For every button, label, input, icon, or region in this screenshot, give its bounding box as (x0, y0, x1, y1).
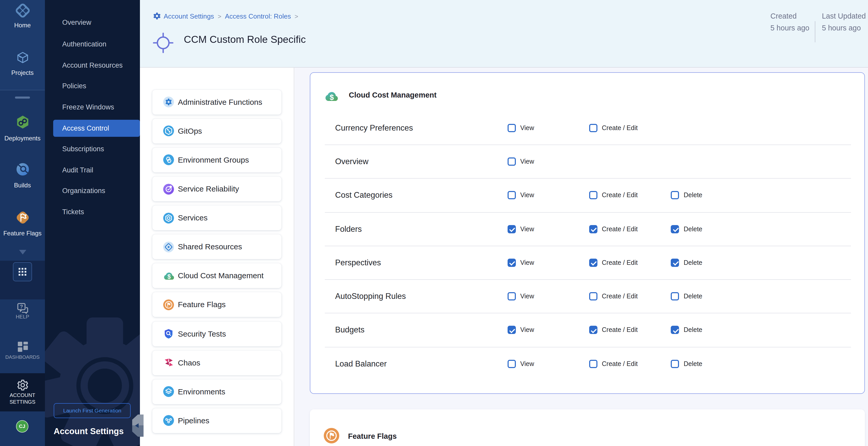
svg-text:$: $ (167, 274, 171, 280)
svg-text:?: ? (20, 304, 23, 310)
svg-text:$: $ (330, 93, 334, 101)
